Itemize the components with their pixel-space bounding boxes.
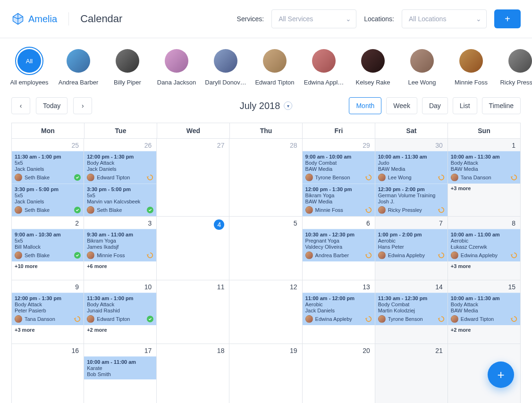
calendar-event[interactable]: 10:30 am - 12:30 pmPregnant YogaValdecy … [303,229,375,261]
employee-filter-kelsey[interactable]: Kelsey Rake [355,47,391,86]
event-time: 9:00 am - 10:30 am [15,232,81,237]
employee-filter-lee[interactable]: Lee Wong [404,47,440,86]
calendar-cell[interactable]: 21 [375,344,448,403]
calendar-event[interactable]: 10:00 am - 11:00 amAerobicŁukasz Czerwik… [448,229,520,261]
calendar-cell[interactable]: 1011:30 am - 1:00 pmBody AttackJunaid Ra… [84,280,157,344]
event-time: 11:30 am - 1:00 pm [87,295,153,301]
calendar-cell[interactable]: 810:00 am - 11:00 amAerobicŁukasz Czerwi… [448,217,521,280]
event-employee: Minnie Foss [315,207,343,213]
view-tab-timeline[interactable]: Timeline [482,97,521,114]
employee-filter-edwina[interactable]: Edwina Appl… [306,47,342,86]
more-events-link[interactable]: +2 more [84,325,156,335]
calendar-event[interactable]: 10:00 am - 11:30 amJudoBAW MediaLee Wong [375,151,448,184]
add-button[interactable]: + [494,9,521,28]
view-tab-day[interactable]: Day [422,97,448,114]
date-number: 19 [229,344,302,356]
calendar-event[interactable]: 11:30 am - 12:30 pmBody CombatMartin Kol… [375,293,448,325]
calendar-event[interactable]: 9:30 am - 11:00 amBikram YogaJames Ikads… [84,229,156,261]
calendar-event[interactable]: 10:00 am - 11:30 amBody AttackBAW MediaT… [448,151,520,184]
calendar-cell[interactable]: 299:00 am - 10:00 amBody CombatBAW Media… [303,139,375,217]
next-button[interactable]: › [73,97,92,114]
locations-select[interactable]: All Locations ⌄ [402,9,487,28]
calendar-event[interactable]: 9:00 am - 10:30 am5x5Bill MallockSeth Bl… [12,229,84,261]
day-header: Fri [303,123,375,139]
prev-button[interactable]: ‹ [11,97,30,114]
more-events-link[interactable]: +2 more [448,325,520,335]
more-events-link[interactable]: +3 more [448,261,520,271]
avatar [116,49,139,73]
calendar-cell[interactable]: 20 [303,344,375,403]
calendar-cell[interactable]: 19 [229,344,302,403]
calendar-event[interactable]: 11:00 am - 12:00 pmAerobicJack DanielsEd… [303,293,375,325]
more-events-link[interactable]: +3 more [12,325,84,335]
event-title: Aerobic [305,302,372,307]
calendar-cell[interactable]: 29:00 am - 10:30 am5x5Bill MallockSeth B… [11,217,84,280]
event-subtitle: Jack Daniels [87,166,153,172]
event-time: 11:30 am - 1:00 pm [15,154,81,160]
calendar-event[interactable]: 3:30 pm - 5:00 pm5x5Jack DanielsSeth Bla… [12,184,84,216]
calendar-event[interactable]: 10:00 am - 11:00 amKarateBob Smith [84,356,156,379]
view-tab-month[interactable]: Month [349,97,381,114]
more-events-link[interactable]: +3 more [448,184,520,193]
calendar-cell[interactable]: 18 [157,344,229,403]
calendar-cell[interactable]: 11 [157,280,229,344]
calendar-cell[interactable]: 5 [229,217,302,280]
status-pending-icon [438,316,445,322]
calendar-event[interactable]: 1:00 pm - 2:00 pmAerobicHans PeterEdwina… [375,229,448,261]
event-time: 12:00 pm - 1:30 pm [15,295,81,301]
calendar-event[interactable]: 12:30 pm - 2:00 pmGerman Volume Training… [375,184,448,216]
calendar-event[interactable]: 12:00 pm - 1:30 pmBikram YogaBAW MediaMi… [303,184,375,216]
calendar-cell[interactable]: 1710:00 am - 11:00 amKarateBob Smith [84,344,157,403]
more-events-link[interactable]: +10 more [12,261,84,271]
event-title: Pregnant Yoga [305,238,372,243]
day-header: Mon [12,123,84,139]
services-select[interactable]: All Services ⌄ [271,9,356,28]
fab-add-button[interactable]: + [488,361,514,388]
calendar-event[interactable]: 11:30 am - 1:00 pmBody AttackJunaid Rash… [84,293,156,325]
view-tab-list[interactable]: List [453,97,477,114]
calendar-event[interactable]: 12:00 pm - 1:30 pmBody AttackPeter Pasie… [12,293,84,325]
calendar-cell[interactable]: 3010:00 am - 11:30 amJudoBAW MediaLee Wo… [375,139,448,217]
logo[interactable]: Amelia [11,12,69,25]
employee-filter-all[interactable]: AllAll employees [11,47,47,86]
calendar-event[interactable]: 10:00 am - 11:30 amBody AttackBAW MediaE… [448,293,520,325]
employee-filter-billy[interactable]: Billy Piper [110,47,145,86]
calendar-cell[interactable]: 1411:30 am - 12:30 pmBody CombatMartin K… [375,280,448,344]
calendar-cell[interactable]: 27 [157,139,229,217]
calendar-event[interactable]: 11:30 am - 1:00 pm5x5Jack DanielsSeth Bl… [12,151,84,184]
employee-filter-edward[interactable]: Edward Tipton [257,47,293,86]
employee-filter-ricky[interactable]: Ricky Pressley [502,47,532,86]
employee-filter-minnie[interactable]: Minnie Foss [453,47,489,86]
employee-filter-dana[interactable]: Dana Jackson [159,47,194,86]
avatar [451,315,458,323]
view-tab-week[interactable]: Week [386,97,417,114]
calendar-toolbar: ‹ Today › July 2018 ▾ MonthWeekDayListTi… [0,91,532,121]
calendar-cell[interactable]: 610:30 am - 12:30 pmPregnant YogaValdecy… [303,217,375,280]
calendar-cell[interactable]: 16 [11,344,84,403]
calendar-event[interactable]: 3:30 pm - 5:00 pm5x5Marvin van Kalcvsbee… [84,184,156,216]
calendar-event[interactable]: 9:00 am - 10:00 amBody CombatBAW MediaTy… [303,151,375,184]
calendar-cell[interactable]: 39:30 am - 11:00 amBikram YogaJames Ikad… [84,217,157,280]
day-header: Sun [448,123,521,139]
employee-name: Ricky Pressley [500,79,532,86]
event-employee: Seth Blake [97,207,122,213]
employee-filter-andrea[interactable]: Andrea Barber [60,47,96,86]
employee-filter-daryll[interactable]: Daryll Donov… [208,47,244,86]
event-time: 11:30 am - 12:30 pm [378,295,445,301]
event-time: 12:30 pm - 2:00 pm [378,186,445,192]
calendar-cell[interactable]: 12 [229,280,302,344]
employee-name: All employees [10,79,49,86]
calendar-cell[interactable]: 1311:00 am - 12:00 pmAerobicJack Daniels… [303,280,375,344]
calendar-cell[interactable]: 1510:00 am - 11:30 amBody AttackBAW Medi… [448,280,521,344]
calendar-cell[interactable]: 110:00 am - 11:30 amBody AttackBAW Media… [448,139,521,217]
more-events-link[interactable]: +6 more [84,261,156,271]
calendar-cell[interactable]: 71:00 pm - 2:00 pmAerobicHans PeterEdwin… [375,217,448,280]
calendar-cell[interactable]: 2511:30 am - 1:00 pm5x5Jack DanielsSeth … [11,139,84,217]
calendar-cell[interactable]: 28 [229,139,302,217]
calendar-cell[interactable]: 2612:00 pm - 1:30 pmBody AttackJack Dani… [84,139,157,217]
calendar-cell[interactable]: 4 [157,217,229,280]
today-button[interactable]: Today [36,97,68,114]
calendar-cell[interactable]: 912:00 pm - 1:30 pmBody AttackPeter Pasi… [11,280,84,344]
month-label[interactable]: July 2018 ▾ [240,101,293,111]
calendar-event[interactable]: 12:00 pm - 1:30 pmBody AttackJack Daniel… [84,151,156,184]
